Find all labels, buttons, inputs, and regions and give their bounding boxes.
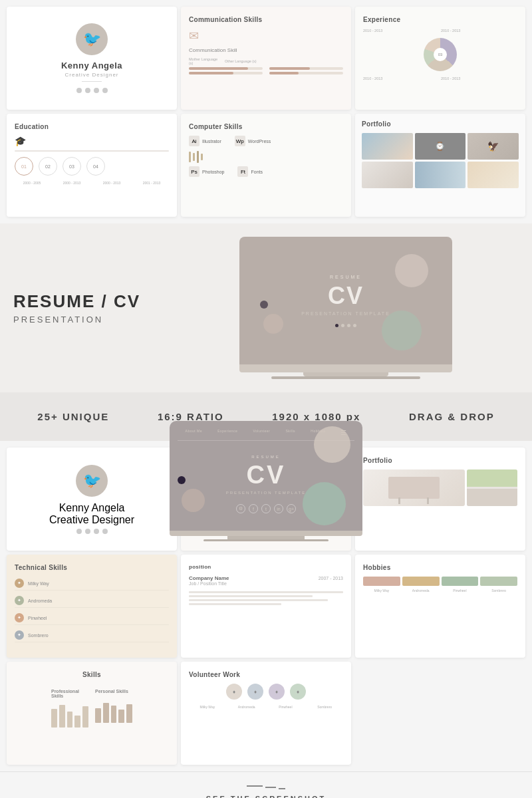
- skill-v-bars-2: [95, 696, 132, 723]
- v-bar-2-2: [103, 703, 109, 723]
- nav-dot-2: [341, 324, 344, 327]
- port-2-sub-1: [467, 469, 517, 487]
- comm-icon: ✉: [189, 29, 343, 43]
- portfolio-img-4: [362, 162, 413, 188]
- cv-main-title: CV: [328, 282, 364, 310]
- hobby-bar-4: [480, 577, 517, 586]
- pos-line-2: [189, 595, 313, 597]
- illustrator-icon: Ai: [189, 136, 200, 146]
- comm-skills-title: Communication Skills: [189, 16, 343, 23]
- tech-icon-2: ✦: [15, 596, 24, 605]
- exp-bottom-labels: 2010 - 2013 2010 - 2013: [363, 76, 517, 80]
- portfolio-2-row-1: [363, 469, 517, 506]
- edu-icon: 🎓: [15, 136, 169, 146]
- volunteer-circles: ♦ ♦ ♦ ♦: [189, 684, 343, 700]
- position-entry: Company Name 2007 - 2013 Job / Position …: [189, 575, 343, 586]
- portfolio-img-5: [415, 162, 466, 188]
- v-bar-2-5: [126, 704, 132, 723]
- exp-pie-chart: 03: [424, 38, 457, 71]
- ov-resume-label: RESUME: [251, 455, 281, 459]
- position-title: position: [189, 564, 343, 570]
- exp-label-4: 2010 - 2013: [441, 76, 517, 80]
- footer-bar: SEE THE SCREENSHOT: [0, 771, 532, 798]
- ov-template-label: PRESENTATION TEMPLATE: [226, 491, 307, 495]
- vol-circle-4: ♦: [290, 684, 306, 700]
- laptop-screen: RESUME CV PRESENTATION TEMPLATE: [239, 237, 452, 364]
- nav-dot-3: [347, 324, 350, 327]
- laptop-mockup: RESUME CV PRESENTATION TEMPLATE: [173, 237, 519, 379]
- social-icon-2: [85, 88, 90, 93]
- illustrator-label: Illustrator: [202, 139, 221, 144]
- table-shape: [388, 477, 439, 499]
- ov-nav-dots: ⚙ f t in g+: [236, 504, 296, 513]
- nav-about: About Me: [186, 429, 202, 436]
- personal-name: Kenny Angela: [61, 61, 122, 70]
- skills-col-professional: Professional Skills: [51, 689, 88, 729]
- slide-volunteer: Volunteer Work ♦ ♦ ♦ ♦ Milky Way Androme…: [181, 662, 351, 765]
- hobby-labels: Milky Way Andromeda Pinwheel Sombrero: [363, 589, 517, 593]
- bar-fill-1: [189, 67, 248, 70]
- hobby-label-2: Andromeda: [402, 589, 440, 593]
- port-2-img-2: [467, 469, 517, 506]
- fonts-label: Fonts: [251, 170, 263, 174]
- social-2-icon-2: [85, 529, 90, 534]
- stat-drag-value: DRAG & DROP: [409, 411, 495, 422]
- vol-label-2: Andromeda: [228, 705, 265, 709]
- promo-title: RESUME / CV: [13, 291, 160, 312]
- pos-line-4: [189, 603, 281, 605]
- social-2-icon-4: [102, 529, 108, 534]
- skill-row-2: Ps Photoshop Ft Fonts: [189, 166, 343, 177]
- exp-chart: 03: [363, 38, 517, 71]
- tech-label-4: Sombrero: [28, 633, 49, 638]
- deco-bar-3: [197, 151, 199, 163]
- nav-exp: Experience: [217, 429, 237, 436]
- promo-text: RESUME / CV PRESENTATION: [13, 291, 160, 325]
- social-icons-2: [76, 529, 108, 534]
- pie-center: 03: [434, 48, 447, 61]
- hobby-bars: [363, 577, 517, 586]
- tech-row-2: ✦ Andromeda: [15, 594, 169, 608]
- deco-bar-2: [193, 153, 195, 161]
- tech-row-3: ✦ Pinwheel: [15, 611, 169, 625]
- deco-bar-4: [201, 154, 203, 160]
- stat-unique-value: 25+ UNIQUE: [37, 411, 109, 422]
- cv-circle-top-right: [395, 254, 428, 287]
- slide-hobbies: Hobbies Milky Way Andromeda Pinwheel Som…: [355, 555, 525, 658]
- bar-track-4: [269, 72, 343, 74]
- top-slides-grid: 🐦 Kenny Angela Creative Designer Communi…: [0, 0, 532, 223]
- overlay-cv-content: RESUME CV PRESENTATION TEMPLATE ⚙ f t in…: [178, 448, 354, 521]
- ov-dot-icon-2: f: [249, 504, 258, 513]
- personal-2-name: Kenny Angela: [59, 502, 125, 514]
- edu-circle-1: 01: [15, 157, 33, 176]
- volunteer-title: Volunteer Work: [189, 671, 343, 678]
- overlay-laptop-foot: [203, 539, 329, 541]
- nav-dot-1: [335, 324, 338, 327]
- v-bar-2-4: [118, 710, 124, 723]
- exp-top-labels: 2010 - 2013 2010 - 2013: [363, 29, 517, 33]
- tech-label-3: Pinwheel: [28, 616, 47, 620]
- tech-rows: ✦ Milky Way ✦ Andromeda ✦ Pinwheel ✦ Som…: [15, 577, 169, 642]
- cv-circle-small: [260, 301, 268, 309]
- bar-label-other: Other Language (s): [225, 59, 258, 63]
- slide-computer-skills: Computer Skills Ai Illustrator Wp WordPr…: [181, 114, 351, 217]
- vol-label-4: Sombrero: [306, 705, 343, 709]
- slide-comm-skills: Communication Skills ✉ Communication Ski…: [181, 7, 351, 110]
- edu-divider: [15, 150, 169, 152]
- edu-date-1: 2000 - 2005: [15, 181, 49, 185]
- bar-fill-2: [269, 67, 310, 70]
- slide-technical-skills: Technical Skills ✦ Milky Way ✦ Andromeda…: [7, 555, 177, 658]
- skills-bottom-title: Skills: [82, 671, 101, 678]
- port-2-img-1: [363, 469, 465, 506]
- tech-icon-3: ✦: [15, 613, 24, 622]
- exp-label-1: 2010 - 2013: [363, 29, 440, 33]
- slide-skills-bottom: Skills Professional Skills Personal Skil…: [7, 662, 177, 765]
- hobby-bar-3: [442, 577, 479, 586]
- tech-icon-4: ✦: [15, 630, 24, 640]
- overlay-laptop: About Me Experience Volunteer Skills Hob…: [170, 421, 362, 541]
- slide-portfolio: Portfolio ⌚ 🦅: [355, 114, 525, 217]
- portfolio-grid: ⌚ 🦅: [362, 133, 519, 188]
- laptop-bottom-bar: [271, 376, 420, 379]
- v-bar-1: [51, 709, 57, 728]
- overlay-laptop-base: [170, 531, 362, 536]
- social-icon-3: [94, 88, 99, 93]
